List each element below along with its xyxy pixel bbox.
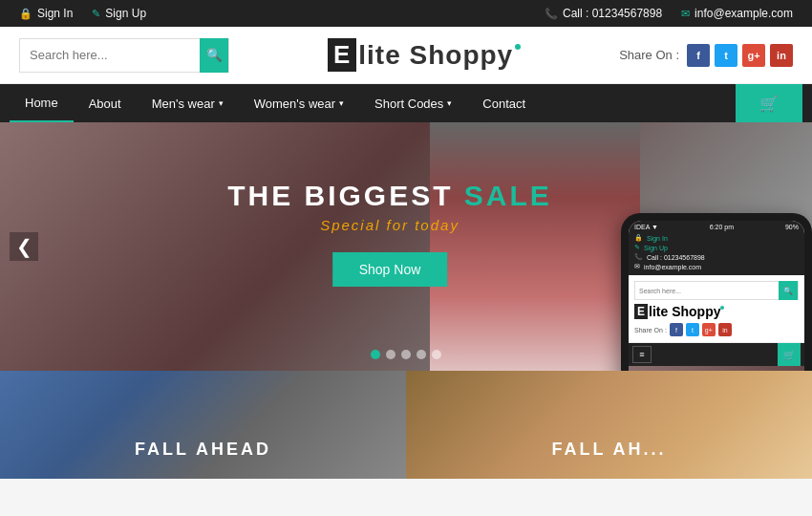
share-label: Share On :: [619, 48, 679, 62]
nav-contact[interactable]: Contact: [467, 84, 541, 122]
email-icon: ✉: [681, 8, 690, 20]
nav-about[interactable]: About: [74, 84, 137, 122]
hero-dot-5[interactable]: [432, 350, 441, 359]
card-label-1: FALL AHEAD: [0, 440, 406, 460]
bottom-cards: FALL AHEAD FALL AH...: [0, 371, 812, 479]
facebook-icon[interactable]: f: [687, 44, 710, 67]
social-icons: f t g+ in: [687, 44, 793, 67]
phone-share-label: Share On :: [634, 327, 667, 333]
phone-signup-label: Sign Up: [644, 245, 668, 251]
phone-facebook-icon[interactable]: f: [670, 323, 683, 336]
googleplus-icon[interactable]: g+: [742, 44, 765, 67]
header: 🔍 E lite Shoppy Share On : f t g+ in: [0, 27, 812, 84]
cart-icon: 🛒: [759, 95, 779, 113]
phone-mockup: IDEA ▼ 6:20 pm 90% 🔒 Sign In ✎ Sign Up 📞: [621, 213, 812, 371]
phone-linkedin-icon[interactable]: in: [718, 323, 732, 336]
phone-time: 6:20 pm: [710, 224, 734, 230]
hero-subtitle: Special for today: [227, 217, 552, 233]
search-icon: 🔍: [206, 48, 223, 62]
share-area: Share On : f t g+ in: [619, 44, 793, 67]
linkedin-icon[interactable]: in: [770, 44, 793, 67]
signin-topbar[interactable]: 🔒 Sign In: [19, 7, 73, 20]
hero-dots: [371, 350, 441, 359]
phone-screen: IDEA ▼ 6:20 pm 90% 🔒 Sign In ✎ Sign Up 📞: [629, 221, 804, 371]
logo-text: lite Shoppy: [358, 40, 513, 71]
phone-navbar: ≡ 🛒: [629, 343, 804, 366]
chevron-down-icon: ▾: [219, 98, 224, 108]
card-label-2: FALL AH...: [406, 440, 812, 460]
phone-search-input[interactable]: [635, 288, 779, 294]
phone-googleplus-icon[interactable]: g+: [702, 323, 716, 336]
hero-section: THE BIGGEST SALE Special for today Shop …: [0, 122, 812, 371]
phone-lock-icon: 🔒: [634, 234, 643, 242]
nav-home[interactable]: Home: [10, 84, 74, 122]
navbar: Home About Men's wear ▾ Women's wear ▾ S…: [0, 84, 812, 122]
phone-header: 🔍 E lite Shoppy Share On : f t g+ in: [629, 275, 804, 343]
email-label: info@example.com: [694, 7, 793, 20]
search-button[interactable]: 🔍: [200, 38, 228, 73]
hero-content: THE BIGGEST SALE Special for today Shop …: [227, 180, 552, 287]
call-label: Call : 01234567898: [563, 7, 662, 20]
phone-logo: E lite Shoppy: [634, 304, 799, 319]
phone-twitter-icon[interactable]: t: [686, 323, 699, 336]
search-box[interactable]: 🔍: [19, 38, 229, 73]
phone-icon: 📞: [545, 8, 558, 20]
chevron-down-icon: ▾: [339, 98, 344, 108]
chevron-down-icon: ▾: [447, 98, 452, 108]
search-input[interactable]: [20, 39, 200, 72]
nav-womens-wear[interactable]: Women's wear ▾: [239, 84, 359, 122]
phone-pencil-icon: ✎: [634, 244, 640, 251]
logo-letter: E: [328, 38, 356, 72]
phone-search-box[interactable]: 🔍: [634, 281, 799, 300]
phone-search-button[interactable]: 🔍: [779, 281, 798, 300]
nav-cart[interactable]: 🛒: [736, 84, 802, 122]
card-fall-ahead-2: FALL AH...: [406, 371, 812, 479]
pencil-icon: ✎: [92, 8, 100, 20]
hero-dot-2[interactable]: [386, 350, 395, 359]
hero-title-prefix: THE BIGGEST: [227, 180, 464, 211]
lock-icon: 🔒: [19, 8, 32, 20]
phone-call-label: Call : 01234567898: [647, 254, 705, 261]
phone-logo-letter: E: [634, 304, 648, 319]
signup-label: Sign Up: [105, 7, 146, 20]
phone-top-bar: IDEA ▼ 6:20 pm 90% 🔒 Sign In ✎ Sign Up 📞: [629, 221, 804, 275]
nav-short-codes[interactable]: Short Codes ▾: [359, 84, 467, 122]
hero-dot-4[interactable]: [417, 350, 426, 359]
hero-dot-1[interactable]: [371, 350, 380, 359]
signin-label: Sign In: [37, 7, 73, 20]
phone-logo-text: lite Shoppy: [649, 304, 720, 319]
hero-prev-button[interactable]: ❮: [10, 232, 38, 261]
phone-share-row: Share On : f t g+ in: [634, 323, 799, 336]
phone-network: IDEA ▼: [634, 224, 658, 230]
top-bar-right: 📞 Call : 01234567898 ✉ info@example.com: [545, 7, 793, 20]
phone-battery: 90%: [785, 224, 799, 230]
phone-hero: THE BIGGEST SALE: [629, 366, 804, 371]
phone-email-icon: ✉: [634, 263, 640, 270]
phone-hamburger-button[interactable]: ≡: [632, 346, 652, 363]
top-bar: 🔒 Sign In ✎ Sign Up 📞 Call : 01234567898…: [0, 0, 812, 27]
top-bar-left: 🔒 Sign In ✎ Sign Up: [19, 7, 146, 20]
phone-call-icon: 📞: [634, 253, 643, 261]
hero-dot-3[interactable]: [401, 350, 411, 359]
logo: E lite Shoppy: [328, 38, 521, 72]
twitter-icon[interactable]: t: [715, 44, 737, 67]
email-topbar: ✉ info@example.com: [681, 7, 793, 20]
hero-title-sale: SALE: [464, 180, 552, 211]
phone-cart-button[interactable]: 🛒: [778, 343, 801, 366]
call-topbar: 📞 Call : 01234567898: [545, 7, 662, 20]
phone-cart-icon: 🛒: [783, 350, 795, 360]
signup-topbar[interactable]: ✎ Sign Up: [92, 7, 146, 20]
phone-signin-label: Sign In: [647, 235, 668, 242]
phone-email-label: info@example.com: [644, 264, 701, 270]
hero-title: THE BIGGEST SALE: [227, 180, 552, 212]
nav-mens-wear[interactable]: Men's wear ▾: [137, 84, 239, 122]
card-fall-ahead-1: FALL AHEAD: [0, 371, 406, 479]
shop-now-button[interactable]: Shop Now: [332, 252, 448, 287]
logo-dot: [515, 44, 521, 50]
phone-logo-dot: [720, 306, 724, 310]
